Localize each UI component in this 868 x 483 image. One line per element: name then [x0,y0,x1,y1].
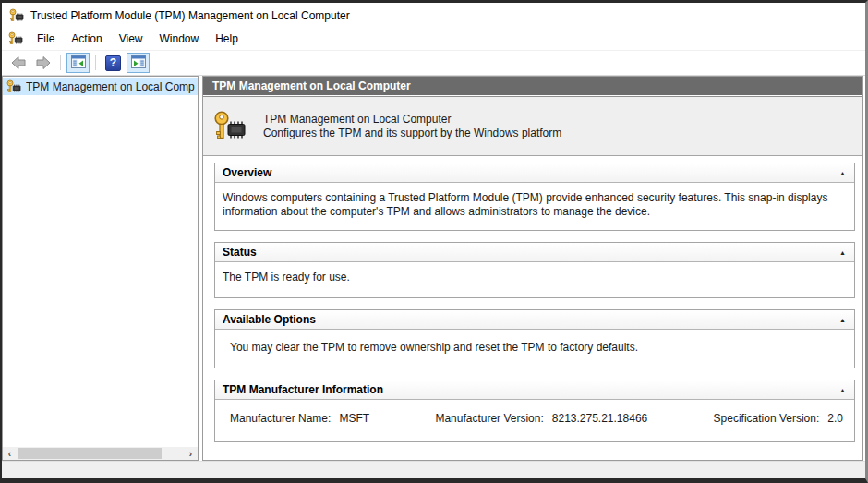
back-arrow-icon [11,55,26,70]
show-hide-action-pane-button[interactable] [127,53,150,73]
scrollbar-track[interactable] [17,447,184,460]
banner-subtitle: Configures the TPM and its support by th… [263,127,561,140]
tree-horizontal-scrollbar[interactable]: ‹ › [3,447,198,460]
field-value: 2.0 [827,412,843,426]
section-overview-header: Overview ▲ [215,163,854,183]
section-available-options-body: You may clear the TPM to remove ownershi… [215,330,854,368]
section-title: Overview [223,166,271,179]
help-icon: ? [105,55,121,71]
manufacturer-name-field: Manufacturer Name: MSFT [230,412,369,426]
section-available-options: Available Options ▲ You may clear the TP… [214,309,855,368]
section-status: Status ▲ The TPM is ready for use. [214,242,855,298]
menu-bar: File Action View Window Help [2,28,865,51]
field-value: MSFT [339,412,369,426]
toolbar-separator [95,55,96,70]
field-label: Specification Version: [714,412,820,426]
collapse-arrow-icon[interactable]: ▲ [839,387,846,393]
status-bar [2,461,865,478]
toolbar: ? [2,51,865,76]
menu-help[interactable]: Help [207,30,247,48]
tpm-key-chip-icon-large [213,110,247,143]
section-manufacturer-info: TPM Manufacturer Information ▲ Manufactu… [214,380,855,442]
section-overview: Overview ▲ Windows computers containing … [214,163,855,231]
tree-item-tpm-management[interactable]: TPM Management on Local Comp [3,78,198,95]
field-label: Manufacturer Version: [435,412,543,426]
manufacturer-version-field: Manufacturer Version: 8213.275.21.18466 [435,412,647,426]
title-bar: Trusted Platform Module (TPM) Management… [2,3,865,28]
tree-item-label: TPM Management on Local Comp [26,80,195,93]
banner: TPM Management on Local Computer Configu… [203,96,862,156]
system-menu-key-icon[interactable] [8,31,23,46]
show-hide-console-tree-button[interactable] [66,53,90,73]
banner-text: TPM Management on Local Computer Configu… [263,113,561,140]
detail-header: TPM Management on Local Computer [203,77,862,96]
banner-title: TPM Management on Local Computer [263,113,561,127]
back-button[interactable] [6,53,30,73]
section-title: Available Options [223,313,316,326]
show-hide-console-tree-icon [71,55,86,71]
detail-panel: TPM Management on Local Computer TPM Man… [202,76,863,461]
menu-view[interactable]: View [111,30,151,48]
section-overview-body: Windows computers containing a Trusted P… [215,183,854,230]
scrollbar-thumb[interactable] [18,448,162,459]
tpm-mmc-window: Trusted Platform Module (TPM) Management… [0,0,868,483]
window-title: Trusted Platform Module (TPM) Management… [30,9,350,22]
specification-version-field: Specification Version: 2.0 [714,412,843,426]
section-title: Status [223,246,257,259]
scroll-left-arrow-icon[interactable]: ‹ [3,447,17,460]
section-status-body: The TPM is ready for use. [215,262,854,297]
field-value: 8213.275.21.18466 [552,412,647,426]
section-manufacturer-info-body: Manufacturer Name: MSFT Manufacturer Ver… [215,400,854,441]
collapse-arrow-icon[interactable]: ▲ [839,249,846,256]
toolbar-separator [60,55,61,70]
section-available-options-header: Available Options ▲ [215,310,854,330]
section-status-header: Status ▲ [215,243,854,262]
forward-button[interactable] [31,53,54,73]
scroll-right-arrow-icon[interactable]: › [184,447,198,460]
collapse-arrow-icon[interactable]: ▲ [839,170,846,176]
menu-window[interactable]: Window [151,30,208,48]
section-manufacturer-info-header: TPM Manufacturer Information ▲ [215,380,854,400]
console-tree-panel: TPM Management on Local Comp ‹ › [2,76,199,461]
section-title: TPM Manufacturer Information [223,383,383,396]
detail-content: Overview ▲ Windows computers containing … [203,156,862,460]
menu-file[interactable]: File [29,30,63,48]
help-button[interactable]: ? [102,53,125,73]
tpm-key-chip-icon [9,8,24,23]
menu-action[interactable]: Action [63,30,110,48]
field-label: Manufacturer Name: [230,412,331,426]
tpm-key-chip-icon [6,79,21,94]
main-area: TPM Management on Local Comp ‹ › TPM Man… [2,76,865,461]
collapse-arrow-icon[interactable]: ▲ [839,317,846,323]
forward-arrow-icon [36,55,51,70]
show-hide-action-pane-icon [131,55,146,71]
